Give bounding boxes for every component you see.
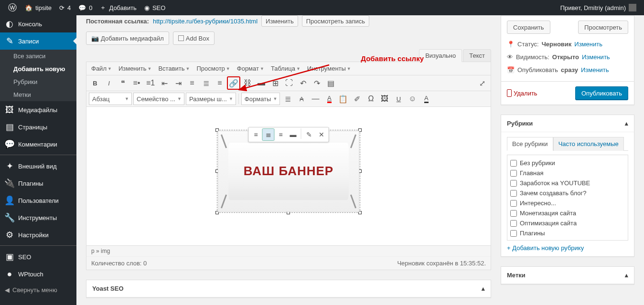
publish-edit-link[interactable]: Изменить xyxy=(581,66,609,74)
menu-Вставить[interactable]: Вставить ▼ xyxy=(155,63,193,74)
visibility-edit-link[interactable]: Изменить xyxy=(582,53,610,61)
permalink-edit-button[interactable]: Изменить xyxy=(261,15,298,27)
menu-Комментарии[interactable]: 💬Комментарии xyxy=(0,136,76,153)
trash-link[interactable]: Удалить xyxy=(507,89,537,97)
formats-select[interactable]: Форматы xyxy=(241,93,280,105)
submenu-item[interactable]: Все записи xyxy=(0,50,76,63)
fullscreen-button[interactable]: ⛶ xyxy=(282,76,296,90)
menu-Консоль[interactable]: ◐Консоль xyxy=(0,15,76,32)
category-item[interactable]: Зачем создавать блог? xyxy=(510,188,625,198)
bullet-list-button[interactable]: ≡• xyxy=(130,76,143,90)
menu-Формат[interactable]: Формат ▼ xyxy=(234,63,267,74)
paragraph-select[interactable]: Абзац xyxy=(89,93,132,105)
menu-WPtouch[interactable]: ●WPtouch xyxy=(0,265,76,283)
category-item[interactable]: Плагины xyxy=(510,228,625,238)
strike-button[interactable]: A xyxy=(295,92,308,105)
selected-image[interactable]: ВАШ БАННЕР xyxy=(217,130,360,213)
menu-Внешний вид[interactable]: ✦Внешний вид xyxy=(0,158,76,175)
submenu-item[interactable]: Метки xyxy=(0,88,76,101)
menu-Инструменты[interactable]: Инструменты ▼ xyxy=(304,63,354,74)
special-char-button[interactable]: Ω xyxy=(364,92,377,105)
italic-button[interactable]: I xyxy=(102,76,116,90)
category-item[interactable]: Без рубрики xyxy=(510,158,625,168)
category-checkbox[interactable] xyxy=(510,180,517,187)
seo-link[interactable]: ◉SEO xyxy=(140,0,169,15)
align-left-button[interactable]: ≡ xyxy=(185,76,199,90)
category-item[interactable]: Главная xyxy=(510,168,625,178)
category-checkbox[interactable] xyxy=(510,190,517,197)
menu-Плагины[interactable]: 🔌Плагины xyxy=(0,175,76,192)
category-item[interactable]: Монетизация сайта xyxy=(510,208,625,218)
undo-button[interactable]: ↶ xyxy=(296,76,310,90)
menu-Записи[interactable]: ✎Записи xyxy=(0,32,76,50)
clear-format-button[interactable]: ✐ xyxy=(350,92,364,105)
collapse-menu[interactable]: ◀Свернуть меню xyxy=(0,283,76,297)
img-align-none-button[interactable]: ▬ xyxy=(287,128,300,141)
align-center-button[interactable]: ≣ xyxy=(199,76,213,90)
publish-button[interactable]: Опубликовать xyxy=(575,86,628,100)
wp-logo[interactable]: ⓦ xyxy=(4,0,21,15)
img-align-center-button[interactable]: ≣ xyxy=(262,128,275,141)
justify-button[interactable]: ≣ xyxy=(281,92,294,105)
menu-Изменить[interactable]: Изменить ▼ xyxy=(116,63,155,74)
indent-button[interactable]: ⇥ xyxy=(172,76,185,90)
table-button[interactable]: ⊞ xyxy=(268,76,282,90)
cat-tab-popular[interactable]: Часто используемые xyxy=(553,137,624,151)
category-checkbox[interactable] xyxy=(510,210,517,217)
menu-Просмотр[interactable]: Просмотр ▼ xyxy=(193,63,233,74)
updates-link[interactable]: ⟳4 xyxy=(55,0,75,15)
comments-link[interactable]: 💬0 xyxy=(75,0,96,15)
textcolor-button[interactable]: A xyxy=(322,92,336,105)
menu-Инструменты[interactable]: 🔧Инструменты xyxy=(0,209,76,226)
save-draft-button[interactable]: Сохранить xyxy=(507,21,550,34)
yoast-seo-header[interactable]: Yoast SEO▴ xyxy=(86,280,491,297)
menu-SEO[interactable]: ▣SEO xyxy=(0,248,76,265)
category-checkbox[interactable] xyxy=(510,230,517,237)
toggle-toolbar-button[interactable]: ▤ xyxy=(324,76,337,90)
submenu-item[interactable]: Рубрики xyxy=(0,75,76,88)
forecolor-button[interactable]: A xyxy=(419,92,433,105)
menu-Таблица[interactable]: Таблица ▼ xyxy=(268,63,303,74)
cat-tab-all[interactable]: Все рубрики xyxy=(507,137,553,151)
menu-Пользователи[interactable]: 👤Пользователи xyxy=(0,192,76,209)
status-edit-link[interactable]: Изменить xyxy=(574,41,602,48)
add-new-link[interactable]: ＋Добавить xyxy=(96,0,140,15)
menu-Медиафайлы[interactable]: 🖾Медиафайлы xyxy=(0,101,76,118)
redo-button[interactable]: ↷ xyxy=(310,76,323,90)
bold-button[interactable]: B xyxy=(88,76,102,90)
category-list[interactable]: Без рубрикиГлавнаяЗаработок на YOUTUBEЗа… xyxy=(507,155,628,241)
category-item[interactable]: Оптимизация сайта xyxy=(510,218,625,228)
distraction-free-button[interactable]: ⤢ xyxy=(475,76,489,90)
paste-button[interactable]: 📋 xyxy=(336,92,350,105)
add-category-link[interactable]: + Добавить новую рубрику xyxy=(507,244,584,252)
image-button[interactable]: 🖼 xyxy=(378,92,391,105)
tags-header[interactable]: Метки▴ xyxy=(501,267,634,284)
visual-tab[interactable]: Визуально xyxy=(419,49,462,62)
category-checkbox[interactable] xyxy=(510,170,517,177)
img-remove-button[interactable]: ✕ xyxy=(315,128,328,141)
font-family-select[interactable]: Семейство ... xyxy=(133,93,184,105)
quote-button[interactable]: ❝ xyxy=(116,76,129,90)
submenu-item[interactable]: Добавить новую xyxy=(0,63,76,75)
menu-Страницы[interactable]: ▤Страницы xyxy=(0,118,76,136)
img-align-right-button[interactable]: ≡ xyxy=(275,128,287,141)
font-size-select[interactable]: Размеры ш... xyxy=(186,93,236,105)
underline-button[interactable]: U xyxy=(392,92,405,105)
site-link[interactable]: 🏠tipsite xyxy=(21,0,55,15)
menu-Файл[interactable]: Файл ▼ xyxy=(88,63,115,74)
text-tab[interactable]: Текст xyxy=(463,49,491,62)
more-button[interactable]: ▬ xyxy=(255,76,268,90)
menu-Настройки[interactable]: ⚙Настройки xyxy=(0,226,76,243)
category-checkbox[interactable] xyxy=(510,160,517,167)
outdent-button[interactable]: ⇤ xyxy=(158,76,171,90)
img-align-left-button[interactable]: ≡ xyxy=(250,128,262,141)
category-checkbox[interactable] xyxy=(510,220,517,227)
number-list-button[interactable]: ≡1 xyxy=(144,76,157,90)
unlink-button[interactable]: ⛓ xyxy=(241,76,254,90)
img-edit-button[interactable]: ✎ xyxy=(303,128,315,141)
preview-button[interactable]: Просмотреть xyxy=(578,21,628,34)
add-media-button[interactable]: 📷Добавить медиафайл xyxy=(86,32,169,45)
user-greeting[interactable]: Привет, Dmitriy (admin) xyxy=(557,0,640,15)
align-right-button[interactable]: ≡ xyxy=(213,76,226,90)
categories-header[interactable]: Рубрики▴ xyxy=(501,115,634,132)
